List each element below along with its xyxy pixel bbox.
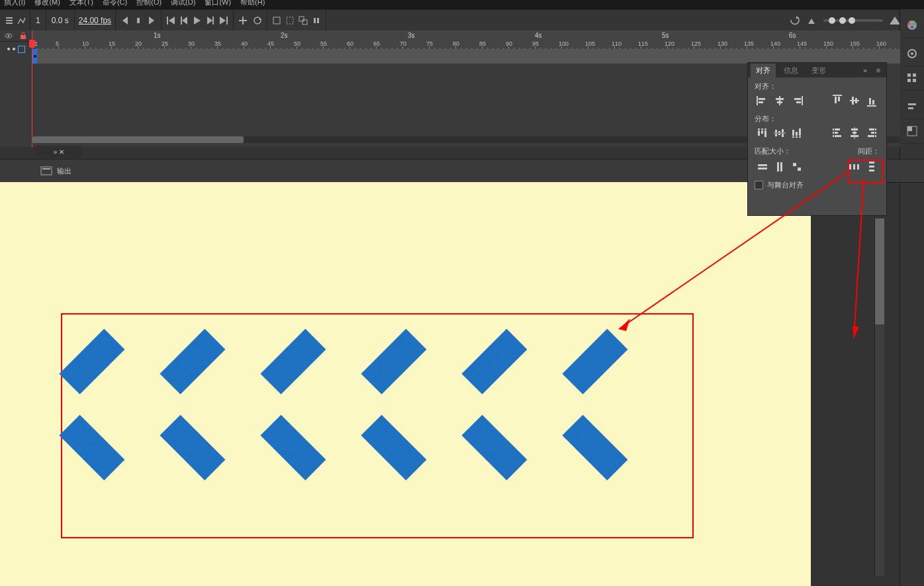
menu-commands[interactable]: 命令(C) (103, 0, 127, 7)
zoom-small-icon[interactable] (806, 15, 817, 26)
to-stage-checkbox[interactable] (755, 181, 763, 189)
play-icon[interactable] (192, 15, 203, 26)
chevron-shape[interactable] (573, 338, 657, 470)
dock-library-icon[interactable] (900, 66, 924, 91)
next-keyframe-icon[interactable] (146, 15, 157, 26)
svg-rect-1 (6, 20, 13, 21)
loop-icon[interactable] (252, 15, 263, 26)
lock-column-icon[interactable] (18, 30, 28, 41)
edit-multiple-icon[interactable] (298, 15, 308, 26)
tab-info[interactable]: 信息 (778, 64, 804, 77)
layer-row[interactable] (0, 42, 32, 56)
panel-collapse-handle[interactable]: »✕ (32, 145, 86, 158)
svg-rect-49 (759, 98, 765, 100)
graph-icon[interactable] (16, 15, 26, 26)
timeline-menu-icon[interactable] (4, 15, 15, 26)
panel-menu-icon[interactable]: ≡ (873, 65, 884, 75)
zoom-large-icon[interactable] (890, 15, 900, 26)
onion-outline-icon[interactable] (285, 15, 295, 26)
step-back-icon[interactable] (179, 15, 189, 26)
center-frame-icon[interactable] (789, 15, 800, 26)
svg-rect-99 (758, 168, 767, 170)
svg-rect-70 (761, 130, 763, 134)
ruler-frame-number: 10 (82, 40, 89, 47)
ruler-frame-number: 130 (717, 40, 727, 47)
step-forward-icon[interactable] (205, 15, 216, 26)
stage-vertical-scrollbar[interactable] (874, 219, 884, 576)
keyframe-marker-icon[interactable] (133, 15, 144, 26)
menu-debug[interactable]: 调试(D) (171, 0, 195, 7)
ruler-frame-number: 80 (453, 40, 459, 47)
insert-frame-icon[interactable] (238, 15, 248, 26)
tab-transform[interactable]: 变形 (806, 64, 831, 77)
svg-rect-0 (6, 17, 13, 19)
align-top-icon[interactable] (829, 94, 845, 107)
menu-insert[interactable]: 插入(I) (4, 0, 25, 7)
distribute-top-icon[interactable] (755, 126, 770, 140)
svg-rect-21 (299, 17, 304, 21)
space-horizontal-icon[interactable] (847, 160, 862, 173)
goto-last-frame-icon[interactable] (218, 15, 229, 26)
fps-value[interactable]: 24.00 fps (79, 16, 111, 25)
dock-color-icon[interactable] (900, 13, 924, 38)
space-vertical-icon[interactable] (864, 160, 880, 173)
ruler-second-label: 3s (408, 32, 415, 39)
svg-rect-93 (875, 132, 876, 134)
align-left-icon[interactable] (755, 94, 770, 107)
dock-swatches-icon[interactable] (900, 119, 924, 144)
dock-align-icon[interactable] (900, 95, 924, 119)
svg-rect-83 (833, 132, 834, 134)
align-hcenter-icon[interactable] (772, 94, 788, 107)
menu-window[interactable]: 窗口(W) (205, 0, 231, 7)
distribute-left-icon[interactable] (829, 126, 845, 140)
distribute-vcenter-icon[interactable] (772, 126, 788, 140)
prev-keyframe-icon[interactable] (120, 15, 130, 26)
chevron-shape[interactable] (69, 338, 154, 470)
ruler-frame-number: 125 (691, 40, 701, 47)
menu-modify[interactable]: 修改(M) (34, 0, 60, 7)
stage[interactable] (0, 182, 811, 586)
svg-rect-35 (907, 73, 911, 77)
layer-visible-icon[interactable] (7, 48, 10, 50)
match-width-icon[interactable] (755, 160, 770, 173)
menu-text[interactable]: 文本(T) (69, 0, 93, 7)
layer-outline-icon[interactable] (18, 46, 25, 53)
align-vcenter-icon[interactable] (847, 94, 862, 107)
menu-control[interactable]: 控制(O) (136, 0, 162, 7)
tab-align[interactable]: 对齐 (751, 64, 776, 77)
chevron-shape[interactable] (271, 338, 355, 470)
menu-help[interactable]: 帮助(H) (240, 0, 265, 7)
panel-collapse-icon[interactable]: » (860, 65, 870, 75)
svg-rect-80 (796, 132, 798, 136)
ruler-frame-number: 30 (188, 40, 195, 47)
onion-skin-icon[interactable] (271, 15, 282, 26)
svg-rect-47 (42, 168, 50, 170)
match-height-icon[interactable] (772, 160, 788, 173)
distribute-hcenter-icon[interactable] (847, 126, 862, 140)
svg-rect-58 (835, 97, 837, 103)
layer-lock-icon[interactable] (13, 48, 15, 50)
keyframe-1[interactable] (32, 49, 37, 64)
align-bottom-icon[interactable] (864, 94, 880, 107)
chevron-shape[interactable] (371, 338, 456, 470)
align-right-icon[interactable] (789, 94, 805, 107)
chevron-shape[interactable] (472, 338, 557, 470)
timeline-track[interactable] (32, 49, 900, 64)
onion-markers-icon[interactable] (311, 15, 322, 26)
distribute-bottom-icon[interactable] (789, 126, 805, 140)
playhead[interactable] (32, 30, 32, 147)
goto-first-frame-icon[interactable] (165, 15, 176, 26)
current-frame[interactable]: 1 (34, 16, 42, 25)
output-label[interactable]: 输出 (57, 166, 71, 176)
visibility-column-icon[interactable] (3, 30, 14, 41)
svg-rect-89 (851, 128, 858, 130)
distribute-right-icon[interactable] (864, 126, 880, 140)
timeline-ruler[interactable]: 1s2s3s4s5s6s1510152025303540455055606570… (32, 30, 900, 50)
svg-rect-4 (137, 18, 140, 23)
zoom-slider[interactable] (823, 19, 883, 22)
match-both-icon[interactable] (789, 160, 805, 173)
chevron-shape[interactable] (170, 338, 255, 470)
svg-rect-69 (758, 130, 760, 136)
svg-rect-105 (853, 164, 855, 170)
dock-properties-icon[interactable] (900, 42, 924, 66)
